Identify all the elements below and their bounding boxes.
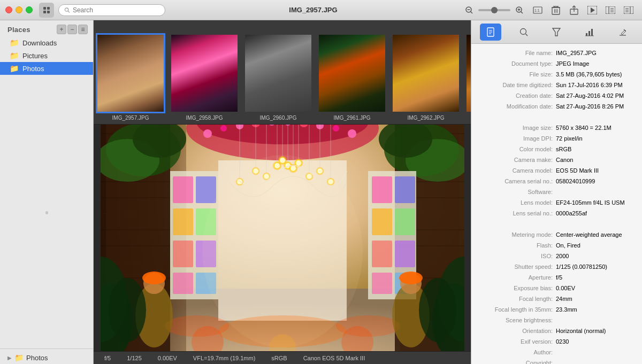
search-bar[interactable] [58, 4, 165, 16]
info-row: Lens model:EF24-105mm f/4L IS USM [471, 198, 642, 208]
info-row [471, 112, 642, 123]
actual-size-button[interactable]: 1:1 [530, 3, 546, 17]
info-field-value: 23.3mm [556, 306, 636, 313]
info-content[interactable]: File name:IMG_2957.JPGDocument type:JPEG… [471, 44, 642, 364]
info-row: Aperture:f/5 [471, 273, 642, 283]
main-image-area[interactable] [94, 125, 471, 351]
sidebar-title: Places [7, 26, 30, 34]
thumbnail-image-wrap [465, 33, 471, 113]
close-button[interactable] [5, 6, 12, 13]
sidebar-item-label: Pictures [22, 52, 48, 60]
info-tab-histogram[interactable] [579, 24, 600, 41]
maximize-button[interactable] [26, 6, 33, 13]
svg-rect-91 [173, 273, 193, 294]
status-color: sRGB [271, 355, 287, 361]
svg-point-148 [109, 278, 146, 342]
info-field-label: Exposure bias: [478, 285, 553, 291]
sidebar-item-label: Downloads [22, 39, 57, 47]
svg-rect-94 [395, 176, 415, 203]
info-field-value: Center-weighted average [556, 231, 636, 238]
minimize-button[interactable] [16, 6, 22, 13]
zoom-in-icon [515, 6, 524, 14]
main-image-canvas [101, 125, 464, 351]
play-button[interactable] [584, 3, 600, 17]
info-field-label: Flash: [478, 242, 553, 249]
info-toolbar [471, 20, 642, 44]
info-field-label: Document type: [478, 60, 553, 67]
svg-point-157 [520, 28, 526, 34]
info-tab-filter[interactable] [546, 24, 567, 41]
svg-point-81 [348, 129, 356, 138]
zoom-slider[interactable] [478, 9, 510, 11]
info-field-label: Image size: [478, 125, 553, 131]
sidebar-item-photos[interactable]: 📁 Photos [0, 62, 93, 75]
info-row: Scene brightness: [471, 315, 642, 326]
sidebar-add-button[interactable]: + [57, 25, 66, 34]
sidebar-toggle-button[interactable] [602, 3, 618, 17]
zoom-in-button[interactable] [511, 3, 528, 17]
svg-marker-26 [591, 7, 595, 13]
sidebar-icon [606, 6, 615, 14]
info-panel-button[interactable] [621, 3, 637, 17]
info-row: File name:IMG_2957.JPG [471, 48, 642, 59]
info-field-value: IMG_2957.JPG [556, 50, 636, 56]
info-tab-edit[interactable] [612, 24, 633, 41]
info-field-value: 1/125 (0.00781250) [556, 264, 636, 270]
info-field-label: Image DPI: [478, 135, 553, 142]
zoom-out-button[interactable] [461, 3, 477, 17]
thumbnail-item-3[interactable]: IMG_2960.JPG [241, 33, 315, 124]
content-area: IMG_2957.JPG IMG_2958.JPG IMG_2960.JPG [94, 20, 471, 364]
svg-rect-99 [372, 273, 392, 294]
info-tab-zoom[interactable] [513, 24, 534, 41]
svg-point-145 [399, 272, 423, 284]
info-field-label: Lens model: [478, 199, 553, 206]
trash-button[interactable] [548, 3, 564, 17]
info-row: Author: [471, 347, 642, 358]
info-field-value: 24mm [556, 296, 636, 302]
folder-icon: 📁 [10, 64, 19, 73]
sidebar-group-photos[interactable]: ▶ 📁 Photos [0, 351, 93, 364]
thumbnail-item-5[interactable]: IMG_2962.JPG [389, 33, 463, 124]
grid-icon[interactable] [39, 3, 54, 18]
share-button[interactable] [566, 3, 582, 17]
title-bar: IMG_2957.JPG [0, 0, 642, 20]
thumbnail-item-6[interactable]: IMG… [463, 33, 471, 124]
search-zoom-icon [518, 27, 529, 37]
info-field-value: Sun 17-Jul-2016 6:39 PM [556, 82, 636, 88]
file-icon [485, 27, 496, 37]
sidebar-controls: + − ≡ [57, 25, 88, 34]
folder-icon: 📁 [10, 51, 19, 60]
info-field-label: Copyright: [478, 360, 553, 364]
svg-point-72 [203, 129, 212, 138]
sidebar-header: Places + − ≡ [0, 20, 93, 36]
info-row: Creation date:Sat 27-Aug-2016 4:02 PM [471, 91, 642, 102]
sidebar-options-button[interactable]: ≡ [78, 25, 88, 34]
info-row: Focal length in 35mm:23.3mm [471, 305, 642, 315]
sidebar-item-pictures[interactable]: 📁 Pictures [0, 49, 93, 62]
sidebar-divider [0, 348, 93, 349]
thumbnail-item-1[interactable]: IMG_2957.JPG [94, 33, 167, 124]
thumbnail-item-2[interactable]: IMG_2958.JPG [167, 33, 241, 124]
info-tab-file[interactable] [480, 24, 501, 41]
info-field-value: 2000 [556, 253, 636, 259]
sidebar-scrollbar[interactable] [45, 211, 48, 214]
filter-icon [551, 27, 562, 37]
search-icon [64, 7, 70, 13]
info-row: Focal length:24mm [471, 294, 642, 305]
search-input[interactable] [73, 6, 159, 14]
info-field-label: Software: [478, 189, 553, 195]
info-field-value: 5760 x 3840 = 22.1M [556, 125, 636, 131]
svg-rect-89 [173, 241, 193, 267]
thumbnail-image-wrap [317, 33, 387, 113]
sidebar-item-downloads[interactable]: 📁 Downloads [0, 36, 93, 49]
sidebar-item-label: Photos [22, 65, 44, 73]
info-field-label: Scene brightness: [478, 317, 553, 323]
info-field-value: JPEG Image [556, 60, 636, 67]
sidebar: Places + − ≡ 📁 Downloads 📁 Pictures 📁 Ph… [0, 20, 94, 364]
info-field-label: File size: [478, 71, 553, 78]
info-field-label: Orientation: [478, 328, 553, 334]
sidebar-remove-button[interactable]: − [67, 25, 77, 34]
info-field-label: Camera make: [478, 157, 553, 163]
info-row: Software: [471, 187, 642, 198]
thumbnail-item-4[interactable]: IMG_2961.JPG [315, 33, 389, 124]
